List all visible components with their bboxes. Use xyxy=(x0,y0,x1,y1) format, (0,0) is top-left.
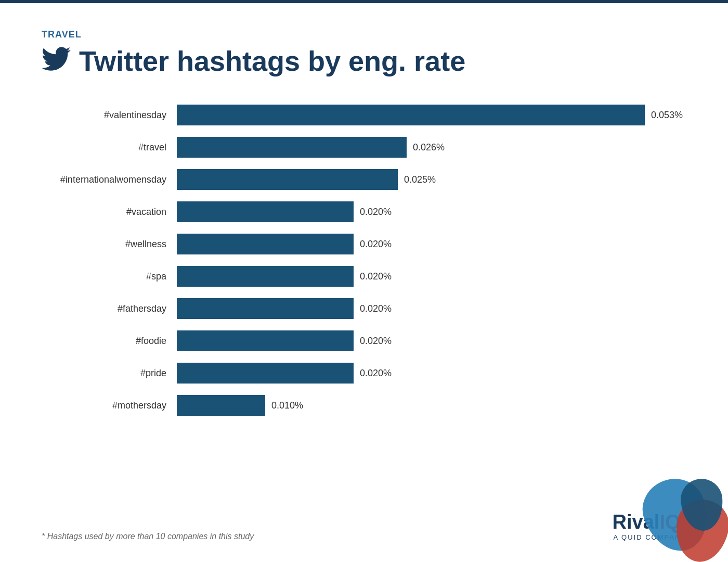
bar-label: #internationalwomensday xyxy=(42,174,177,185)
bar-value-label: 0.020% xyxy=(360,368,392,379)
bar-track: 0.020% xyxy=(177,298,666,319)
bar-row: #mothersday0.010% xyxy=(42,394,666,417)
bar-row: #pride0.020% xyxy=(42,362,666,385)
bar-value-label: 0.010% xyxy=(271,400,303,411)
bar-row: #fathersday0.020% xyxy=(42,297,666,320)
bar-track: 0.020% xyxy=(177,201,666,222)
bar-fill xyxy=(177,266,354,287)
bar-label: #pride xyxy=(42,368,177,379)
bar-track: 0.020% xyxy=(177,266,666,287)
bar-fill xyxy=(177,330,354,351)
bar-fill xyxy=(177,105,645,125)
bar-row: #travel0.026% xyxy=(42,136,666,159)
bar-row: #foodie0.020% xyxy=(42,329,666,352)
bar-label: #vacation xyxy=(42,207,177,218)
bar-row: #vacation0.020% xyxy=(42,200,666,223)
bar-track: 0.025% xyxy=(177,169,666,190)
bar-fill xyxy=(177,201,354,222)
footnote-text: * Hashtags used by more than 10 companie… xyxy=(42,532,254,541)
twitter-icon xyxy=(42,44,71,78)
bar-value-label: 0.020% xyxy=(360,303,392,314)
bar-label: #travel xyxy=(42,142,177,153)
footer: * Hashtags used by more than 10 companie… xyxy=(42,511,686,541)
bar-value-label: 0.020% xyxy=(360,271,392,282)
chart-title-row: Twitter hashtags by eng. rate xyxy=(42,44,686,78)
bar-fill xyxy=(177,363,354,384)
bar-label: #mothersday xyxy=(42,400,177,411)
bar-row: #spa0.020% xyxy=(42,265,666,288)
bar-row: #wellness0.020% xyxy=(42,233,666,256)
bar-value-label: 0.053% xyxy=(651,110,683,121)
main-content: TRAVEL Twitter hashtags by eng. rate #va… xyxy=(0,3,728,447)
bar-value-label: 0.020% xyxy=(360,336,392,347)
bar-label: #valentinesday xyxy=(42,110,177,121)
bar-track: 0.053% xyxy=(177,105,683,125)
bar-label: #wellness xyxy=(42,239,177,250)
bar-track: 0.010% xyxy=(177,395,666,416)
bar-track: 0.020% xyxy=(177,330,666,351)
bar-track: 0.020% xyxy=(177,234,666,254)
bar-value-label: 0.020% xyxy=(360,207,392,218)
bar-label: #fathersday xyxy=(42,303,177,314)
bar-fill xyxy=(177,298,354,319)
bar-track: 0.026% xyxy=(177,137,666,158)
bar-row: #valentinesday0.053% xyxy=(42,104,666,126)
bar-track: 0.020% xyxy=(177,363,666,384)
bar-value-label: 0.026% xyxy=(413,142,445,153)
decorative-shape xyxy=(634,468,728,562)
bar-value-label: 0.020% xyxy=(360,239,392,250)
bar-fill xyxy=(177,169,398,190)
chart-title-text: Twitter hashtags by eng. rate xyxy=(79,45,465,77)
bar-fill xyxy=(177,395,265,416)
bar-value-label: 0.025% xyxy=(404,174,436,185)
bar-label: #foodie xyxy=(42,336,177,347)
bar-chart: #valentinesday0.053%#travel0.026%#intern… xyxy=(42,104,686,417)
bar-fill xyxy=(177,234,354,254)
bar-row: #internationalwomensday0.025% xyxy=(42,168,666,191)
bar-label: #spa xyxy=(42,271,177,282)
bar-fill xyxy=(177,137,407,158)
category-label: TRAVEL xyxy=(42,29,686,40)
